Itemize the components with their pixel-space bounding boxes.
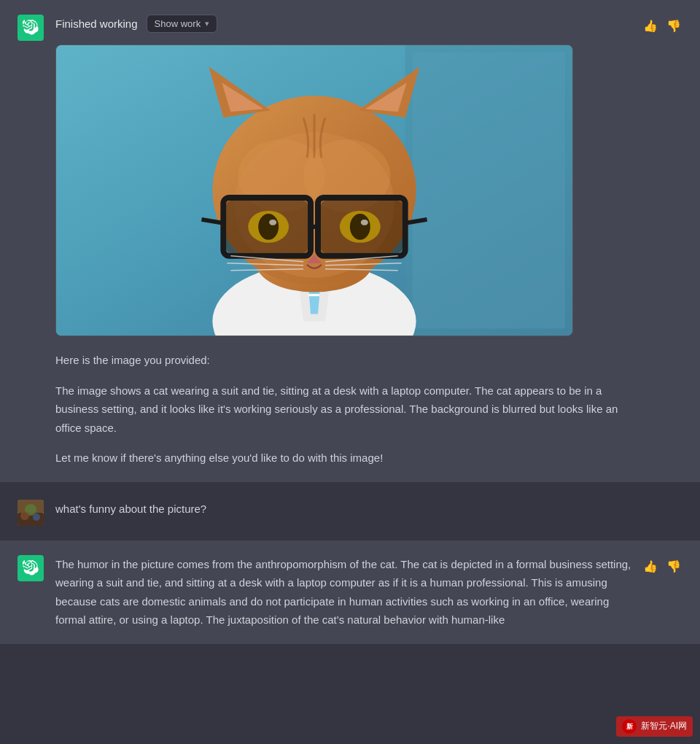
para-3: Let me know if there's anything else you… (55, 449, 639, 468)
thumbs-down-button-2[interactable]: 👎 (665, 558, 682, 575)
second-assistant-message: The humor in the picture comes from the … (0, 540, 700, 644)
svg-point-27 (258, 214, 279, 240)
second-assistant-block: The humor in the picture comes from the … (0, 540, 700, 644)
watermark: 新 新智元·AI网 (616, 716, 693, 737)
humor-response-text: The humor in the picture comes from the … (55, 555, 639, 629)
feedback-icons-2: 👍 👎 (642, 558, 682, 575)
finished-working-text: Finished working (55, 15, 138, 33)
chatgpt-logo-icon (23, 20, 39, 36)
show-work-label: Show work (155, 18, 201, 29)
cat-illustration (56, 44, 572, 336)
svg-point-42 (20, 511, 29, 520)
thumbs-down-button[interactable]: 👎 (665, 18, 682, 34)
user-avatar-image (18, 500, 44, 526)
finished-working-bar: Finished working Show work ▾ (55, 15, 639, 33)
thumbs-up-button-2[interactable]: 👍 (642, 558, 659, 575)
assistant-text-content: Here is the image you provided: The imag… (55, 351, 639, 468)
svg-point-30 (361, 220, 368, 225)
feedback-icons: 👍 👎 (642, 18, 682, 34)
para-1: Here is the image you provided: (55, 351, 639, 370)
chatgpt-logo-icon-2 (23, 560, 39, 576)
assistant-message-content: Finished working Show work ▾ (55, 15, 639, 468)
thumbs-up-button[interactable]: 👍 (642, 18, 659, 34)
first-assistant-message: Finished working Show work ▾ (0, 0, 700, 482)
user-question: what's funny about the picture? (55, 500, 639, 519)
show-work-button[interactable]: Show work ▾ (147, 15, 218, 33)
user-avatar (18, 500, 44, 526)
svg-point-43 (33, 514, 40, 521)
humor-para: The humor in the picture comes from the … (55, 555, 639, 629)
chatgpt-avatar-2 (18, 555, 44, 581)
watermark-logo-icon: 新 (622, 719, 637, 734)
chevron-down-icon: ▾ (205, 19, 209, 28)
user-message-block: what's funny about the picture? (0, 485, 700, 540)
para-2: The image shows a cat wearing a suit and… (55, 381, 639, 438)
svg-rect-2 (413, 53, 565, 329)
svg-point-28 (350, 214, 370, 240)
assistant-message-block: Finished working Show work ▾ (0, 0, 700, 482)
user-message-content: what's funny about the picture? (55, 500, 639, 519)
second-assistant-content: The humor in the picture comes from the … (55, 555, 639, 629)
cat-image (55, 44, 573, 336)
watermark-text: 新智元·AI网 (641, 719, 687, 733)
user-text: what's funny about the picture? (55, 500, 639, 519)
chatgpt-avatar (18, 15, 44, 41)
svg-point-29 (269, 220, 276, 225)
